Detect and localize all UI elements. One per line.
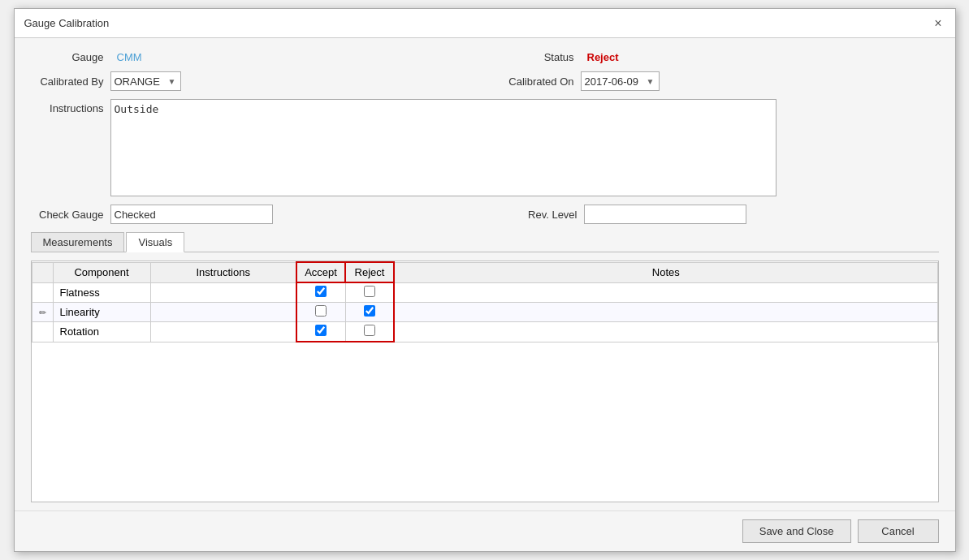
row-icon-rotation [32,322,53,342]
accept-flatness-cell [296,282,345,303]
reject-rotation-checkbox[interactable] [364,325,375,336]
col-header-icon [32,262,53,282]
status-group: Status Reject [469,51,939,63]
dialog-body: Gauge CMM Status Reject Calibrated By OR… [15,38,955,510]
gauge-group: Gauge CMM [31,51,469,63]
check-rev-row: Check Gauge Rev. Level [31,205,939,224]
calibrated-on-select-wrapper[interactable]: 2017-06-09 [581,71,660,91]
calibrated-on-group: Calibrated On 2017-06-09 [469,71,939,91]
component-flatness: Flatness [53,282,150,303]
calibrated-by-group: Calibrated By ORANGE [31,71,469,91]
table-row: Flatness [32,282,937,303]
table-row: ✏ Linearity [32,303,937,322]
check-gauge-label: Check Gauge [31,209,104,221]
reject-rotation-cell [345,322,394,342]
reject-flatness-checkbox[interactable] [364,286,375,297]
gauge-value: CMM [117,51,142,63]
check-gauge-group: Check Gauge [31,205,465,224]
accept-rotation-checkbox[interactable] [315,325,327,336]
rev-level-input[interactable] [584,205,746,224]
tab-visuals[interactable]: Visuals [126,232,184,252]
col-header-reject: Reject [345,262,394,282]
accept-rotation-cell [296,322,345,342]
notes-rotation [394,322,937,342]
check-gauge-input[interactable] [110,205,273,224]
tabs-row: Measurements Visuals [31,232,939,252]
gauge-calibration-dialog: Gauge Calibration × Gauge CMM Status Rej… [14,8,956,552]
edit-icon: ✏ [39,308,46,317]
table-header-row: Component Instructions Accept Reject Not… [32,262,937,282]
notes-linearity [394,303,937,322]
notes-flatness [394,282,937,303]
status-label: Status [501,51,574,63]
col-header-accept: Accept [296,262,345,282]
calibrated-by-select-wrapper[interactable]: ORANGE [110,71,181,91]
close-button[interactable]: × [931,17,945,30]
component-linearity: Linearity [53,303,150,322]
instructions-label: Instructions [31,99,104,114]
instructions-flatness [150,282,296,303]
visuals-table-section: Component Instructions Accept Reject Not… [31,261,939,502]
title-bar: Gauge Calibration × [15,9,955,38]
calibrated-on-label: Calibrated On [501,75,574,88]
dialog-title: Gauge Calibration [24,17,110,29]
rev-level-group: Rev. Level [472,205,939,224]
accept-linearity-cell [296,303,345,322]
row-icon-flatness [32,282,53,303]
gauge-label: Gauge [31,51,104,63]
instructions-linearity [150,303,296,322]
instructions-rotation [150,322,296,342]
row-icon-linearity: ✏ [32,303,53,322]
dialog-footer: Save and Close Cancel [15,510,955,551]
calibrated-by-select[interactable]: ORANGE [110,71,181,91]
accept-linearity-checkbox[interactable] [315,305,327,317]
status-value: Reject [587,51,619,63]
instructions-textarea[interactable]: Outside [110,99,776,196]
col-header-instructions: Instructions [150,262,296,282]
calibration-row: Calibrated By ORANGE Calibrated On 2017-… [31,71,939,91]
calibrated-on-select[interactable]: 2017-06-09 [581,71,660,91]
tab-measurements[interactable]: Measurements [31,232,125,252]
reject-flatness-cell [345,282,394,303]
accept-flatness-checkbox[interactable] [315,286,327,297]
instructions-row: Instructions Outside [31,99,939,196]
component-rotation: Rotation [53,322,150,342]
table-row: Rotation [32,322,937,342]
rev-level-label: Rev. Level [504,209,578,221]
calibrated-by-label: Calibrated By [31,75,104,88]
cancel-button[interactable]: Cancel [858,519,939,543]
save-close-button[interactable]: Save and Close [742,519,851,543]
reject-linearity-checkbox[interactable] [364,305,375,317]
visuals-table: Component Instructions Accept Reject Not… [32,261,938,342]
col-header-component: Component [53,262,150,282]
reject-linearity-cell [345,303,394,322]
gauge-status-row: Gauge CMM Status Reject [31,51,939,63]
col-header-notes: Notes [394,262,937,282]
